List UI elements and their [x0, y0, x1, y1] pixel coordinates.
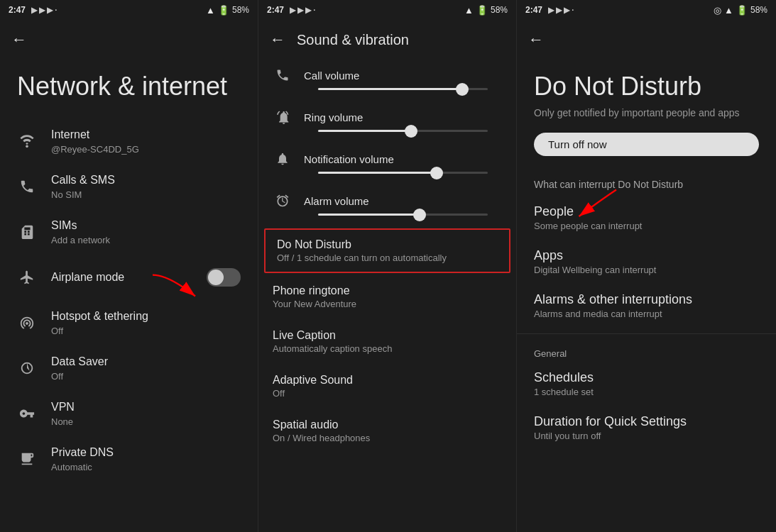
airplane-title: Airplane mode: [51, 270, 192, 285]
alarms-title: Alarms & other interruptions: [534, 292, 759, 307]
airplane-icon: [17, 270, 37, 285]
settings-item-dns[interactable]: Private DNS Automatic: [0, 436, 258, 482]
schedules-subtitle: 1 schedule set: [534, 387, 759, 397]
spatial-audio-subtitle: On / Wired headphones: [273, 433, 502, 443]
sims-subtitle: Add a network: [51, 235, 241, 245]
phone-ringtone-item[interactable]: Phone ringtone Your New Adventure: [258, 275, 516, 319]
dns-text: Private DNS Automatic: [51, 445, 241, 472]
do-not-disturb-item[interactable]: Do Not Disturb Off / 1 schedule can turn…: [264, 228, 510, 273]
hotspot-icon: [17, 315, 37, 331]
internet-text: Internet @Reyee-SC4DD_5G: [51, 128, 241, 155]
data-saver-text: Data Saver Off: [51, 355, 241, 382]
what-can-interrupt-header: What can interrupt Do Not Disturb: [517, 173, 776, 196]
left-panel: 2:47 ▶ ▶ ▶ · ▲ 🔋 58% ← Network & interne…: [0, 0, 258, 532]
schedules-title: Schedules: [534, 370, 759, 385]
calls-icon: [17, 179, 37, 194]
call-volume-icon: [273, 68, 293, 82]
settings-item-internet[interactable]: Internet @Reyee-SC4DD_5G: [0, 118, 258, 164]
alarm-volume-item[interactable]: Alarm volume: [258, 185, 516, 227]
settings-item-data-saver[interactable]: Data Saver Off: [0, 345, 258, 391]
calls-title: Calls & SMS: [51, 173, 241, 188]
live-caption-item[interactable]: Live Caption Automatically caption speec…: [258, 319, 516, 364]
live-caption-subtitle: Automatically caption speech: [273, 343, 502, 354]
ring-volume-item[interactable]: Ring volume: [258, 101, 516, 143]
status-time-left: 2:47 ▶ ▶ ▶ ·: [9, 5, 57, 15]
apps-subtitle: Digital Wellbeing can interrupt: [534, 265, 759, 275]
dnd-page-title: Do Not Disturb: [517, 60, 776, 107]
internet-title: Internet: [51, 128, 241, 143]
call-volume-label: Call volume: [304, 70, 359, 82]
call-volume-item[interactable]: Call volume: [258, 60, 516, 101]
time-left: 2:47: [9, 5, 26, 15]
apps-item[interactable]: Apps Digital Wellbeing can interrupt: [517, 240, 776, 284]
top-bar-mid: ← Sound & vibration: [258, 20, 516, 60]
top-bar-left: ←: [0, 20, 258, 60]
notification-volume-label: Notification volume: [304, 153, 394, 165]
status-right-right: ◎ ▲ 🔋 58%: [714, 5, 767, 16]
sound-list: Call volume Ring volume: [258, 60, 516, 532]
phone-ringtone-title: Phone ringtone: [273, 284, 502, 297]
dnd-title-mid: Do Not Disturb: [277, 238, 498, 251]
page-title-left: Network & internet: [0, 60, 258, 118]
vpn-text: VPN None: [51, 400, 241, 427]
divider-general: [517, 333, 776, 334]
battery-pct-mid: 58%: [491, 5, 508, 15]
duration-item[interactable]: Duration for Quick Settings Until you tu…: [517, 406, 776, 450]
notification-volume-item[interactable]: Notification volume: [258, 143, 516, 185]
settings-item-airplane[interactable]: Airplane mode: [0, 255, 258, 300]
settings-item-sims[interactable]: SIMs Add a network: [0, 209, 258, 255]
people-subtitle: Some people can interrupt: [534, 221, 759, 231]
sims-text: SIMs Add a network: [51, 218, 241, 245]
settings-item-vpn[interactable]: VPN None: [0, 391, 258, 436]
schedules-item[interactable]: Schedules 1 schedule set: [517, 362, 776, 406]
data-saver-icon: [17, 360, 37, 376]
call-volume-slider[interactable]: [273, 85, 502, 93]
adaptive-sound-item[interactable]: Adaptive Sound Off: [258, 364, 516, 409]
back-arrow-mid[interactable]: ←: [270, 31, 285, 49]
wifi-icon-left: ▲: [206, 5, 215, 16]
status-time-mid: 2:47 ▶ ▶ ▶ ·: [267, 5, 315, 15]
alarm-volume-slider[interactable]: [273, 211, 502, 218]
alarms-item[interactable]: Alarms & other interruptions Alarms and …: [517, 284, 776, 328]
status-right-left: ▲ 🔋 58%: [206, 5, 249, 16]
wifi-icon-mid: ▲: [464, 5, 474, 16]
apps-title: Apps: [534, 248, 759, 263]
notification-volume-slider[interactable]: [273, 169, 502, 177]
status-bar-left: 2:47 ▶ ▶ ▶ · ▲ 🔋 58%: [0, 0, 258, 20]
back-arrow-left[interactable]: ←: [11, 31, 27, 49]
settings-item-calls-sms[interactable]: Calls & SMS No SIM: [0, 164, 258, 209]
ring-volume-icon: [273, 110, 293, 124]
settings-item-hotspot[interactable]: Hotspot & tethering Off: [0, 300, 258, 345]
battery-icon-mid: 🔋: [476, 5, 488, 16]
back-arrow-right[interactable]: ←: [528, 31, 544, 49]
time-mid: 2:47: [267, 5, 284, 15]
dns-icon: [17, 451, 37, 467]
spatial-audio-title: Spatial audio: [273, 419, 502, 431]
calls-subtitle: No SIM: [51, 189, 241, 200]
adaptive-sound-subtitle: Off: [273, 388, 502, 399]
svg-point-0: [26, 145, 28, 148]
top-bar-right: ←: [517, 20, 776, 60]
spatial-audio-item[interactable]: Spatial audio On / Wired headphones: [258, 409, 516, 453]
hotspot-subtitle: Off: [51, 326, 241, 336]
people-item[interactable]: People Some people can interrupt: [517, 196, 776, 240]
airplane-toggle[interactable]: [207, 268, 241, 287]
ring-volume-label: Ring volume: [304, 111, 363, 123]
general-section-label: General: [517, 340, 776, 362]
wifi-icon-right: ▲: [724, 5, 733, 16]
ring-volume-slider[interactable]: [273, 127, 502, 135]
calls-text: Calls & SMS No SIM: [51, 173, 241, 200]
status-icons-mid: ▶ ▶ ▶ ·: [290, 6, 315, 15]
battery-icon-left: 🔋: [218, 5, 229, 16]
live-caption-title: Live Caption: [273, 329, 502, 342]
duration-subtitle: Until you turn off: [534, 431, 759, 441]
dnd-page-subtitle: Only get notified by important people an…: [517, 107, 776, 133]
status-bar-right: 2:47 ▶ ▶ ▶ · ◎ ▲ 🔋 58%: [517, 0, 776, 20]
airplane-toggle-control[interactable]: [207, 268, 241, 287]
right-panel: 2:47 ▶ ▶ ▶ · ◎ ▲ 🔋 58% ← Do Not Disturb …: [517, 0, 776, 532]
turn-off-now-button[interactable]: Turn off now: [534, 133, 759, 156]
status-right-mid: ▲ 🔋 58%: [464, 5, 508, 16]
internet-subtitle: @Reyee-SC4DD_5G: [51, 144, 241, 155]
focus-icon-right: ◎: [714, 5, 721, 16]
status-icons-left: ▶ ▶ ▶ ·: [31, 6, 57, 15]
